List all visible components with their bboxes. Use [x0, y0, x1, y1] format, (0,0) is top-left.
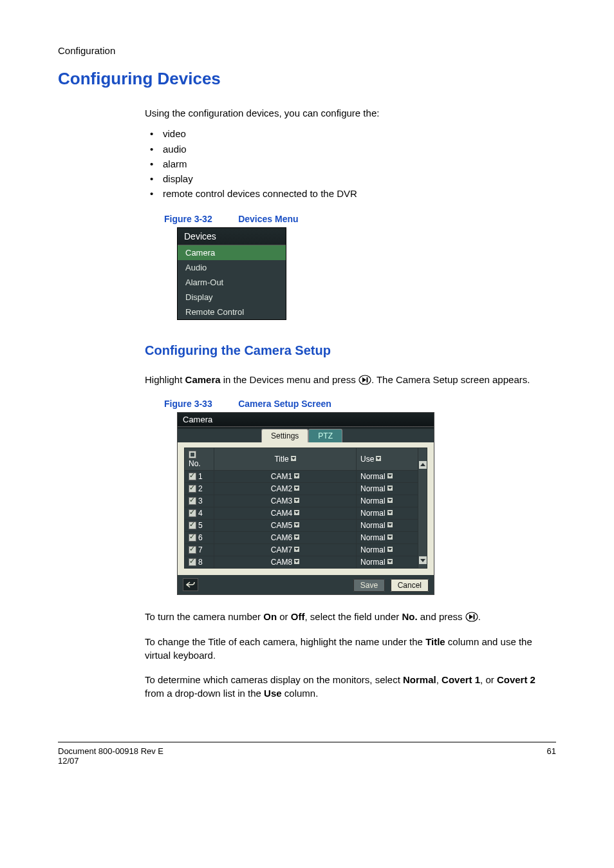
checkbox-icon[interactable] — [189, 473, 196, 480]
cell-use[interactable]: Normal — [357, 507, 418, 520]
dropdown-icon[interactable] — [387, 534, 393, 540]
menu-item-display[interactable]: Display — [178, 290, 286, 305]
intro-text: Using the configuration devices, you can… — [145, 107, 556, 120]
checkbox-icon[interactable] — [189, 497, 196, 505]
menu-item-remote-control[interactable]: Remote Control — [178, 305, 286, 319]
col-header-no[interactable]: No. — [185, 448, 214, 471]
cell-title-value: CAM4 — [271, 509, 292, 518]
cell-use[interactable]: Normal — [357, 544, 418, 556]
table-row: 2 CAM2 Normal — [185, 483, 427, 495]
dropdown-icon[interactable] — [294, 547, 299, 552]
menu-item-camera[interactable]: Camera — [178, 245, 286, 260]
cell-no[interactable]: 6 — [185, 532, 214, 544]
svg-marker-4 — [469, 614, 473, 619]
cell-no-value: 3 — [198, 496, 203, 505]
dropdown-icon[interactable] — [387, 547, 393, 552]
cell-no[interactable]: 4 — [185, 507, 214, 520]
cell-title[interactable]: CAM7 — [214, 544, 357, 556]
header-checkbox-icon[interactable] — [189, 451, 196, 458]
dropdown-icon[interactable] — [387, 498, 393, 503]
footer-date: 12/07 — [58, 756, 163, 766]
cell-no[interactable]: 8 — [185, 556, 214, 569]
svg-rect-2 — [366, 377, 367, 382]
bullet-item: display — [145, 171, 556, 186]
cell-title[interactable]: CAM4 — [214, 507, 357, 520]
figure-number: Figure 3-32 — [164, 214, 212, 224]
dropdown-icon[interactable] — [294, 473, 299, 478]
dropdown-icon[interactable] — [294, 559, 299, 564]
dropdown-icon[interactable] — [294, 510, 299, 515]
dropdown-icon[interactable] — [387, 486, 393, 491]
cell-no-value: 2 — [198, 484, 203, 493]
table-row: 5 CAM5 Normal — [185, 520, 427, 532]
cell-title[interactable]: CAM2 — [214, 483, 357, 495]
footer-rule — [58, 742, 556, 742]
cell-title[interactable]: CAM8 — [214, 556, 357, 569]
bullet-list: video audio alarm display remote control… — [145, 126, 556, 201]
table-row: 3 CAM3 Normal — [185, 495, 427, 507]
cell-use[interactable]: Normal — [357, 471, 418, 483]
cell-title[interactable]: CAM1 — [214, 471, 357, 483]
camera-screen-footer: Save Cancel — [178, 575, 434, 594]
checkbox-icon[interactable] — [189, 509, 196, 517]
dropdown-icon[interactable] — [291, 456, 296, 461]
save-button[interactable]: Save — [353, 579, 385, 592]
checkbox-icon[interactable] — [189, 522, 196, 529]
cell-no[interactable]: 5 — [185, 520, 214, 532]
cell-use[interactable]: Normal — [357, 520, 418, 532]
text-fragment: from a drop-down list in the — [145, 688, 264, 699]
paragraph: To determine which cameras display on th… — [145, 674, 556, 700]
cell-no-value: 1 — [198, 472, 203, 481]
text-fragment: To change the Title of each camera, high… — [145, 636, 425, 647]
dropdown-icon[interactable] — [387, 510, 393, 515]
dropdown-icon[interactable] — [387, 522, 393, 527]
scroll-down-icon[interactable] — [419, 556, 427, 564]
back-button[interactable] — [183, 578, 198, 591]
camera-table: No. Title Use 1 CAM1 Normal — [184, 448, 427, 569]
paragraph: Highlight Camera in the Devices menu and… — [145, 373, 556, 387]
cell-no[interactable]: 1 — [185, 471, 214, 483]
cell-use[interactable]: Normal — [357, 532, 418, 544]
text-fragment: or — [277, 611, 291, 622]
cell-no[interactable]: 3 — [185, 495, 214, 507]
bold-text: Covert 2 — [497, 674, 535, 685]
cell-title[interactable]: CAM5 — [214, 520, 357, 532]
table-row: 8 CAM8 Normal — [185, 556, 427, 569]
footer-doc-id: Document 800-00918 Rev E — [58, 746, 163, 756]
text-fragment: in the Devices menu and press — [221, 374, 358, 385]
menu-item-audio[interactable]: Audio — [178, 260, 286, 275]
scrollbar-track[interactable] — [418, 448, 427, 569]
devices-menu-title: Devices — [178, 228, 286, 245]
cell-use[interactable]: Normal — [357, 495, 418, 507]
bold-text: Off — [291, 611, 305, 622]
dropdown-icon[interactable] — [387, 473, 393, 478]
cell-title[interactable]: CAM3 — [214, 495, 357, 507]
text-fragment: column. — [282, 688, 319, 699]
cell-no-value: 8 — [198, 558, 203, 567]
dropdown-icon[interactable] — [294, 486, 299, 491]
paragraph: To change the Title of each camera, high… — [145, 636, 556, 662]
cell-no[interactable]: 7 — [185, 544, 214, 556]
dropdown-icon[interactable] — [294, 522, 299, 527]
cell-use[interactable]: Normal — [357, 483, 418, 495]
tab-settings[interactable]: Settings — [261, 429, 308, 442]
cell-no-value: 6 — [198, 533, 203, 542]
text-fragment: , — [436, 674, 442, 685]
dropdown-icon[interactable] — [387, 559, 393, 564]
tab-ptz[interactable]: PTZ — [308, 429, 342, 442]
cell-title[interactable]: CAM6 — [214, 532, 357, 544]
scroll-up-icon[interactable] — [419, 461, 427, 469]
cell-no[interactable]: 2 — [185, 483, 214, 495]
text-fragment: , or — [480, 674, 497, 685]
checkbox-icon[interactable] — [189, 546, 196, 554]
cancel-button[interactable]: Cancel — [391, 579, 429, 592]
cell-use[interactable]: Normal — [357, 556, 418, 569]
dropdown-icon[interactable] — [294, 498, 299, 503]
dropdown-icon[interactable] — [376, 456, 381, 461]
checkbox-icon[interactable] — [189, 534, 196, 542]
menu-item-alarm-out[interactable]: Alarm-Out — [178, 275, 286, 290]
dropdown-icon[interactable] — [294, 534, 299, 540]
checkbox-icon[interactable] — [189, 485, 196, 493]
checkbox-icon[interactable] — [189, 558, 196, 566]
cell-title-value: CAM3 — [271, 496, 292, 505]
